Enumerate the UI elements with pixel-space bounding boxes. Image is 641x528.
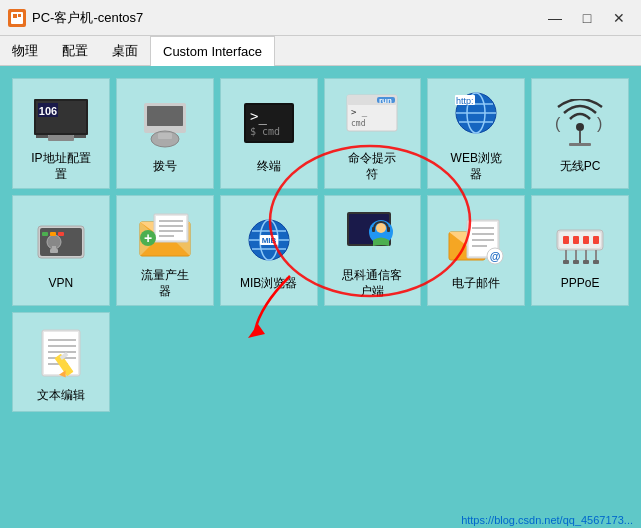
icon-web-browser[interactable]: http: WEB浏览器 <box>427 78 525 189</box>
icon-pppoe[interactable]: PPPoE <box>531 195 629 306</box>
svg-text:$ cmd: $ cmd <box>250 126 280 137</box>
svg-text:cmd: cmd <box>351 119 366 128</box>
svg-rect-85 <box>593 236 599 244</box>
status-url: https://blog.csdn.net/qq_4567173... <box>461 514 633 526</box>
svg-rect-44 <box>58 232 64 236</box>
svg-text:MIB: MIB <box>261 236 276 245</box>
icon-grid: 106 IP地址配置置 拨号 <box>12 78 629 412</box>
svg-rect-84 <box>583 236 589 244</box>
svg-text:>_: >_ <box>250 108 267 125</box>
minimize-button[interactable]: — <box>541 8 569 28</box>
web-browser-icon: http: <box>446 87 506 147</box>
svg-rect-43 <box>50 232 56 236</box>
svg-point-32 <box>576 123 584 131</box>
menu-desktop[interactable]: 桌面 <box>100 36 150 65</box>
vpn-icon <box>31 212 91 272</box>
window-title: PC-客户机-centos7 <box>32 9 541 27</box>
svg-text:@: @ <box>490 250 501 262</box>
svg-rect-34 <box>569 143 591 146</box>
menu-custom-interface[interactable]: Custom Interface <box>150 36 275 66</box>
svg-rect-90 <box>563 260 569 264</box>
svg-rect-8 <box>74 135 86 138</box>
icon-email[interactable]: @ 电子邮件 <box>427 195 525 306</box>
vpn-label: VPN <box>49 276 74 292</box>
email-icon: @ <box>446 212 506 272</box>
close-button[interactable]: ✕ <box>605 8 633 28</box>
svg-rect-14 <box>158 133 172 139</box>
main-content: 106 IP地址配置置 拨号 <box>0 66 641 528</box>
svg-text:): ) <box>597 115 602 132</box>
icon-cisco-comm[interactable]: 思科通信客户端 <box>324 195 422 306</box>
svg-text:+: + <box>144 230 152 246</box>
web-browser-label: WEB浏览器 <box>451 151 502 182</box>
ip-config-icon: 106 <box>31 87 91 147</box>
svg-rect-83 <box>573 236 579 244</box>
text-editor-icon <box>31 324 91 384</box>
icon-wireless-pc[interactable]: ( ) 无线PC <box>531 78 629 189</box>
cmd-prompt-label: 命令提示符 <box>348 151 396 182</box>
svg-rect-42 <box>42 232 48 236</box>
pppoe-label: PPPoE <box>561 276 600 292</box>
icon-mib-browser[interactable]: MIB MIB浏览器 <box>220 195 318 306</box>
mib-browser-label: MIB浏览器 <box>240 276 297 292</box>
mib-browser-icon: MIB <box>239 212 299 272</box>
svg-rect-82 <box>563 236 569 244</box>
email-label: 电子邮件 <box>452 276 500 292</box>
icon-traffic-gen[interactable]: + 流量产生器 <box>116 195 214 306</box>
cmd-prompt-icon: run > _ cmd <box>342 87 402 147</box>
pppoe-icon <box>550 212 610 272</box>
svg-text:run: run <box>379 96 392 105</box>
svg-rect-91 <box>573 260 579 264</box>
cisco-comm-label: 思科通信客户端 <box>342 268 402 299</box>
wireless-pc-icon: ( ) <box>550 95 610 155</box>
svg-rect-12 <box>147 106 183 126</box>
icon-text-editor[interactable]: 文本编辑 <box>12 312 110 412</box>
icon-dialup[interactable]: 拨号 <box>116 78 214 189</box>
svg-text:(: ( <box>555 115 561 132</box>
dialup-icon <box>135 95 195 155</box>
svg-rect-68 <box>372 227 375 232</box>
terminal-label: 终端 <box>257 159 281 175</box>
ip-config-label: IP地址配置置 <box>31 151 90 182</box>
svg-rect-92 <box>583 260 589 264</box>
text-editor-label: 文本编辑 <box>37 388 85 404</box>
dialup-label: 拨号 <box>153 159 177 175</box>
icon-terminal[interactable]: >_ $ cmd 终端 <box>220 78 318 189</box>
svg-rect-69 <box>387 227 390 232</box>
menu-physical[interactable]: 物理 <box>0 36 50 65</box>
window-controls: — □ ✕ <box>541 8 633 28</box>
terminal-icon: >_ $ cmd <box>239 95 299 155</box>
svg-text:106: 106 <box>39 105 57 117</box>
icon-cmd-prompt[interactable]: run > _ cmd 命令提示符 <box>324 78 422 189</box>
svg-rect-1 <box>13 14 17 18</box>
svg-rect-93 <box>593 260 599 264</box>
cisco-comm-icon <box>342 204 402 264</box>
svg-rect-41 <box>50 249 58 253</box>
app-icon <box>8 9 26 27</box>
wireless-pc-label: 无线PC <box>560 159 601 175</box>
menu-bar: 物理 配置 桌面 Custom Interface <box>0 36 641 66</box>
svg-rect-9 <box>48 135 74 141</box>
title-bar: PC-客户机-centos7 — □ ✕ <box>0 0 641 36</box>
svg-rect-2 <box>18 14 21 17</box>
icon-vpn[interactable]: VPN <box>12 195 110 306</box>
traffic-gen-icon: + <box>135 204 195 264</box>
svg-text:> _: > _ <box>351 107 368 117</box>
icon-ip-config[interactable]: 106 IP地址配置置 <box>12 78 110 189</box>
menu-config[interactable]: 配置 <box>50 36 100 65</box>
svg-rect-95 <box>44 332 78 374</box>
svg-point-67 <box>376 223 386 233</box>
svg-text:http:: http: <box>456 96 474 106</box>
maximize-button[interactable]: □ <box>573 8 601 28</box>
svg-rect-7 <box>36 135 48 138</box>
traffic-gen-label: 流量产生器 <box>141 268 189 299</box>
status-bar: https://blog.csdn.net/qq_4567173... <box>461 514 633 526</box>
